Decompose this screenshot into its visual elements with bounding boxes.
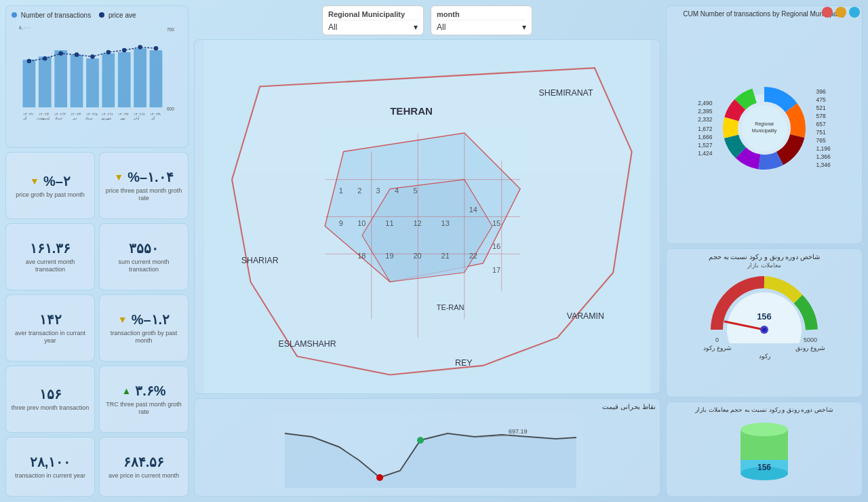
filters-row: Regional Municipality All ▾ month All ▾ xyxy=(194,5,660,35)
stat-value-4: ۱۴۲ xyxy=(39,311,62,328)
arrow-down-icon: ▼ xyxy=(114,172,123,182)
close-button[interactable] xyxy=(822,7,833,18)
svg-text:خرداد: خرداد xyxy=(55,116,62,120)
svg-text:TE-RAN: TE-RAN xyxy=(437,303,465,311)
stat-label-7: TRC three past month groth rate xyxy=(104,401,184,416)
legend-price: price ave xyxy=(99,12,136,19)
svg-text:Regional: Regional xyxy=(755,121,774,127)
svg-point-14 xyxy=(58,52,63,56)
stat-label-6: three prev month transaction xyxy=(12,404,90,412)
svg-text:700: 700 xyxy=(167,27,174,32)
month-value: All xyxy=(437,22,446,32)
svg-text:12: 12 xyxy=(413,219,421,227)
svg-text:16: 16 xyxy=(492,242,500,250)
arrow-up-icon: ▲ xyxy=(121,385,131,396)
svg-point-20 xyxy=(154,46,159,51)
svg-text:SHEMIRANAT: SHEMIRANAT xyxy=(539,88,593,98)
svg-rect-8 xyxy=(102,54,115,108)
svg-rect-7 xyxy=(86,58,99,107)
transactions-dot xyxy=(12,12,17,18)
stat-price-growth: ▼ ۲–% price groth by past month xyxy=(5,152,95,219)
stat-value-3: ۳۵۵۰ xyxy=(129,240,159,256)
svg-rect-9 xyxy=(118,52,131,107)
svg-point-78 xyxy=(376,474,383,481)
donut-labels-left: 2,490 2,395 2,332 1,672 1,666 1,527 1,42… xyxy=(698,100,712,157)
arrow-down-icon: ▼ xyxy=(118,314,127,325)
svg-point-105 xyxy=(741,423,788,436)
stat-value-7: ۳.۶% xyxy=(135,383,165,399)
svg-text:VARAMIN: VARAMIN xyxy=(567,311,604,321)
svg-text:21: 21 xyxy=(441,252,450,260)
stat-label-3: sum current month transaction xyxy=(104,258,184,273)
cylinder-title: شاخص دوره رونق و رکود نسبت به حجم معاملا… xyxy=(695,406,833,413)
svg-text:2: 2 xyxy=(357,187,361,195)
svg-rect-5 xyxy=(54,50,67,107)
stat-value-1: ۱.۰۴–% xyxy=(127,169,173,185)
price-chart-svg: 697.19 xyxy=(199,413,656,488)
donut-svg: Regional Municipality xyxy=(715,79,814,178)
svg-point-98 xyxy=(762,328,766,332)
stat-value-6: ۱۵۶ xyxy=(39,386,62,402)
svg-text:ESLAMSHAHR: ESLAMSHAHR xyxy=(279,339,336,349)
cylinder-svg: 156 xyxy=(734,416,795,480)
month-filter[interactable]: month All ▾ xyxy=(431,5,532,35)
svg-text:14: 14 xyxy=(469,206,477,214)
stat-label-8: transaction in current year xyxy=(15,472,85,480)
svg-text:20: 20 xyxy=(413,252,421,260)
cylinder-panel: شاخص دوره رونق و رکود نسبت به حجم معاملا… xyxy=(666,402,863,497)
stat-three-prev: ۱۵۶ three prev month transaction xyxy=(5,366,95,433)
stat-label-4: aver transaction in currant year xyxy=(10,330,90,345)
municipality-label: Regional Municipality xyxy=(328,9,418,20)
svg-rect-3 xyxy=(23,60,36,107)
svg-text:19: 19 xyxy=(385,252,393,260)
svg-text:17: 17 xyxy=(492,266,500,274)
left-column: Number of transactions price ave ۵,۰۰۰ 7… xyxy=(5,5,189,497)
stat-label-1: price three past month groth rate xyxy=(104,187,184,202)
svg-text:Municipality: Municipality xyxy=(751,128,776,134)
right-column: CUM Number of transactions by Regional M… xyxy=(666,5,863,497)
month-select[interactable]: All ▾ xyxy=(437,20,526,32)
donut-container: 2,490 2,395 2,332 1,672 1,666 1,527 1,42… xyxy=(671,20,858,236)
month-label: month xyxy=(437,9,526,20)
stat-value-0: ۲–% xyxy=(43,173,71,189)
svg-text:آذر: آذر xyxy=(151,116,155,120)
stat-aver-year: ۱۴۲ aver transaction in currant year xyxy=(5,294,95,362)
stat-trans-growth: ▼ ۱.۲–% transaction groth by past month xyxy=(99,294,189,362)
svg-text:TEHRAN: TEHRAN xyxy=(390,105,433,117)
svg-text:22: 22 xyxy=(469,252,477,260)
maximize-button[interactable] xyxy=(849,7,860,18)
stat-value-9: ۶۸۴.۵۶ xyxy=(123,454,165,470)
stat-current-year-trans: ۲۸,۱۰۰ transaction in current year xyxy=(5,437,95,497)
gauge-title: شاخص دوره رونق و رکود نسبت به حجم xyxy=(709,253,820,260)
minimize-button[interactable] xyxy=(835,7,846,18)
stat-sum-current: ۳۵۵۰ sum current month transaction xyxy=(99,223,189,290)
municipality-filter[interactable]: Regional Municipality All ▾ xyxy=(322,5,424,35)
donut-labels-right: 396 475 521 578 657 751 765 1,196 1,366 … xyxy=(816,88,831,168)
svg-text:آبان: آبان xyxy=(134,116,140,120)
svg-text:18: 18 xyxy=(357,252,366,260)
legend-transactions: Number of transactions xyxy=(12,12,91,19)
svg-text:156: 156 xyxy=(757,311,772,322)
svg-text:۵,۰۰۰: ۵,۰۰۰ xyxy=(19,25,31,30)
svg-text:697.19: 697.19 xyxy=(509,428,528,435)
stats-grid: ▼ ۲–% price groth by past month ▼ ۱.۰۴–%… xyxy=(5,152,189,497)
stat-value-5: ۱.۲–% xyxy=(132,311,170,328)
stat-label-0: price groth by past month xyxy=(16,191,85,199)
svg-point-79 xyxy=(417,437,424,444)
map-panel: TEHRAN SHEMIRANAT ESLAMSHAHR REY VARAMIN… xyxy=(194,39,660,394)
svg-rect-11 xyxy=(150,50,163,107)
bar-chart-area: ۵,۰۰۰ 700 600 xyxy=(12,22,182,130)
stat-label-5: transaction groth by past month xyxy=(104,330,184,345)
svg-text:5000: 5000 xyxy=(804,336,817,343)
stat-price-3month: ▼ ۱.۰۴–% price three past month groth ra… xyxy=(99,152,189,219)
arrow-down-icon: ▼ xyxy=(30,176,39,187)
svg-text:600: 600 xyxy=(167,107,174,111)
map-svg: TEHRAN SHEMIRANAT ESLAMSHAHR REY VARAMIN… xyxy=(195,40,660,393)
svg-point-17 xyxy=(106,50,111,55)
stat-label-2: ave current month transaction xyxy=(10,258,90,273)
svg-point-12 xyxy=(27,59,32,64)
price-chart-panel: نقاط بحرانی قیمت 697.19 xyxy=(194,398,660,497)
chevron-down-icon: ▾ xyxy=(522,22,526,32)
svg-text:5: 5 xyxy=(413,187,417,195)
municipality-select[interactable]: All ▾ xyxy=(328,20,418,32)
